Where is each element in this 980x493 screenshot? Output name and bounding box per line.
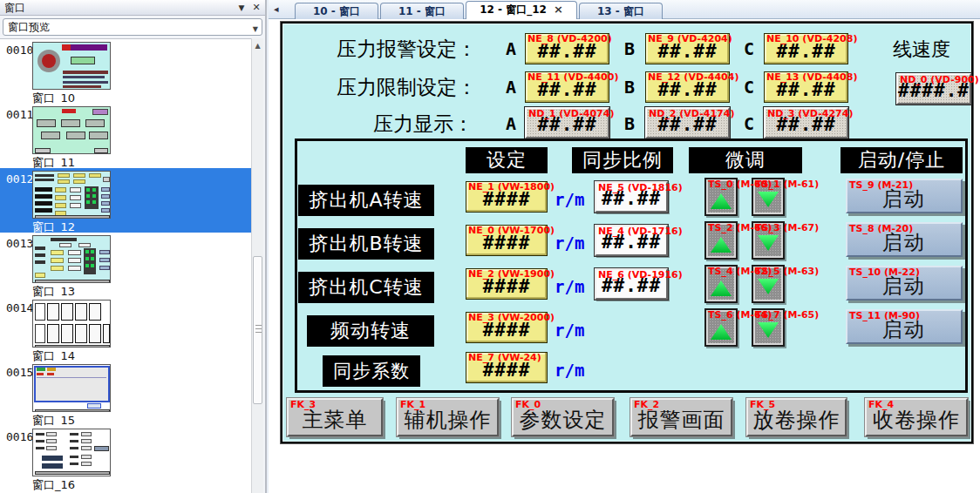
ratio-entry-ne6[interactable]: NE_6 (VD-1916) ##.##: [595, 268, 668, 300]
window-number: 0015: [6, 366, 33, 379]
tab-window-11[interactable]: 11 - 窗口_11: [380, 3, 464, 19]
nav-rewind-button[interactable]: FK_4 收卷操作: [865, 398, 968, 436]
window-number: 0010: [6, 44, 33, 57]
window-thumbnail: [32, 42, 111, 90]
fine-tune-up-button[interactable]: TS_0 (M-60): [704, 178, 738, 216]
fine-tune-down-button[interactable]: TS_3 (M-67): [752, 221, 785, 260]
field-tag: NE_4 (VD-1716): [598, 226, 683, 237]
sidebar-item-window-13[interactable]: 0013: [0, 233, 251, 297]
design-canvas: 压力报警设定： A NE_8 (VD-4200) ##.## B NE_9 (V…: [269, 19, 980, 493]
fine-tune-down-button[interactable]: TS_5 (M-63): [752, 265, 785, 303]
fine-tune-up-button[interactable]: TS_4 (M-62): [704, 265, 738, 303]
field-value: ####: [483, 321, 531, 342]
speed-entry-ne7[interactable]: NE_7 (VW-24) ####: [466, 352, 548, 383]
button-tag: TS_11 (M-90): [849, 311, 920, 321]
nav-unwind-button[interactable]: FK_5 放卷操作: [746, 398, 847, 436]
window-thumbnail: [32, 171, 111, 219]
line-speed-display-nd0[interactable]: ND_0 (VD-900) ####.#: [896, 73, 971, 105]
scroll-up-icon[interactable]: ▲: [252, 40, 263, 51]
field-tag: NE_6 (VD-1916): [598, 270, 683, 280]
pressure-display-nd1[interactable]: ND_1 (VD-4074) ##.##: [525, 107, 609, 138]
panel-menu-caret-icon[interactable]: ▼: [235, 2, 248, 14]
tab-label: 12 - 窗口_12: [480, 3, 547, 16]
start-button-ts10[interactable]: TS_10 (M-22) 启动: [846, 266, 963, 301]
panel-close-icon[interactable]: ✕: [250, 2, 262, 14]
numeric-entry-ne13[interactable]: NE_13 (VD-4408) ##.##: [764, 71, 848, 103]
nav-main-menu-button[interactable]: FK_3 主菜单: [287, 398, 383, 436]
speed-entry-ne1[interactable]: NE_1 (VW-1800) ####: [466, 181, 548, 213]
pressure-limit-label: 压力限制设定：: [337, 74, 477, 101]
tab-window-12[interactable]: 12 - 窗口_12×: [466, 1, 577, 19]
start-button-ts11[interactable]: TS_11 (M-90) 启动: [846, 309, 963, 344]
window-number: 0016: [6, 430, 33, 443]
row-label-extruder-b: 挤出机B转速: [298, 228, 434, 260]
sidebar-item-window-10[interactable]: 0010 窗口_10: [0, 39, 251, 104]
nav-alarm-screen-button[interactable]: FK_2 报警画面: [630, 398, 732, 436]
speed-entry-ne0[interactable]: NE_0 (VW-1700) ####: [466, 225, 548, 256]
sidebar-item-window-15[interactable]: 0015 窗口_15: [0, 361, 251, 426]
window-thumbnail-list: 0010 窗口_10 0011: [0, 38, 251, 493]
field-value: ##.##: [537, 81, 596, 102]
field-tag: NE_8 (VD-4200): [527, 34, 612, 44]
numeric-entry-ne8[interactable]: NE_8 (VD-4200) ##.##: [525, 33, 609, 64]
tab-scroll-left-icon[interactable]: ◂: [274, 3, 279, 15]
field-tag: NE_12 (VD-4404): [648, 72, 738, 83]
down-arrow-icon: [758, 192, 779, 207]
fine-tune-up-button[interactable]: TS_2 (M-66): [704, 221, 738, 260]
window-preview-dropdown[interactable]: 窗口预览 ▼: [3, 18, 262, 36]
channel-b-label: B: [624, 38, 635, 59]
numeric-entry-ne9[interactable]: NE_9 (VD-4204) ##.##: [645, 33, 730, 64]
sidebar-scrollbar[interactable]: ▲: [251, 38, 263, 493]
button-tag: TS_7 (M-65): [755, 310, 819, 321]
header-sync-ratio: 同步比例: [572, 147, 673, 173]
speed-entry-ne2[interactable]: NE_2 (VW-1900) ####: [466, 268, 548, 300]
speed-entry-ne3[interactable]: NE_3 (VW-2000) ####: [466, 312, 548, 343]
window-thumbnail: [32, 429, 111, 476]
ratio-entry-ne4[interactable]: NE_4 (VD-1716) ##.##: [595, 225, 668, 256]
numeric-entry-ne10[interactable]: NE_10 (VD-4208) ##.##: [764, 33, 848, 64]
header-fine-tune: 微调: [689, 147, 802, 173]
up-arrow-icon: [711, 324, 732, 340]
sidebar-item-window-12[interactable]: 0012: [0, 168, 251, 233]
pressure-display-nd2[interactable]: ND_2 (VD-4174) ##.##: [645, 107, 730, 138]
field-value: ##.##: [657, 81, 717, 102]
chevron-down-icon: ▼: [253, 22, 258, 37]
start-button-ts9[interactable]: TS_9 (M-21) 启动: [846, 179, 963, 213]
field-value: ##.##: [537, 43, 596, 64]
ratio-entry-ne5[interactable]: NE_5 (VD-1816) ##.##: [595, 181, 668, 213]
nav-parameter-button[interactable]: FK_0 参数设定: [512, 398, 614, 436]
hmi-screen: 压力报警设定： A NE_8 (VD-4200) ##.## B NE_9 (V…: [281, 22, 973, 443]
down-arrow-icon: [758, 322, 779, 338]
fine-tune-down-button[interactable]: TS_7 (M-65): [752, 308, 785, 347]
field-tag: ND_2 (VD-4174): [649, 109, 734, 119]
tab-bar: ◂ 10 - 窗口_10 11 - 窗口_11 12 - 窗口_12× 13 -…: [269, 0, 980, 19]
sidebar-item-window-14[interactable]: 0014 窗口_14: [0, 297, 251, 361]
fine-tune-up-button[interactable]: TS_6 (M-64): [704, 308, 738, 347]
tab-window-13[interactable]: 13 - 窗口_13: [579, 3, 663, 19]
tab-close-icon[interactable]: ×: [554, 2, 563, 17]
window-label: 窗口_16: [32, 477, 75, 493]
dropdown-value: 窗口预览: [8, 21, 50, 33]
button-tag: FK_4: [868, 400, 894, 410]
channel-b-label: B: [624, 77, 635, 98]
sidebar-item-window-16[interactable]: 0016: [0, 426, 251, 490]
window-number: 0014: [6, 301, 33, 314]
scrollbar-thumb[interactable]: [253, 256, 262, 404]
field-value: ####: [483, 191, 531, 212]
channel-b-label: B: [624, 113, 635, 134]
field-tag: NE_1 (VW-1800): [468, 182, 555, 192]
start-button-ts8[interactable]: TS_8 (M-20) 启动: [846, 222, 963, 257]
numeric-entry-ne12[interactable]: NE_12 (VD-4404) ##.##: [645, 71, 730, 103]
sidebar-item-window-11[interactable]: 0011 窗口_11: [0, 104, 251, 168]
field-tag: NE_0 (VW-1700): [468, 226, 555, 236]
field-tag: NE_3 (VW-2000): [468, 313, 555, 323]
window-number: 0011: [6, 108, 33, 121]
tab-window-10[interactable]: 10 - 窗口_10: [295, 3, 378, 19]
button-tag: TS_5 (M-63): [755, 267, 819, 277]
nav-aux-machine-button[interactable]: FK_1 辅机操作: [397, 398, 499, 436]
pressure-display-nd3[interactable]: ND_3 (VD-4274) ##.##: [764, 107, 848, 138]
numeric-entry-ne11[interactable]: NE_11 (VD-4400) ##.##: [525, 71, 609, 103]
button-tag: FK_5: [750, 400, 775, 410]
fine-tune-down-button[interactable]: TS_1 (M-61): [752, 178, 785, 216]
unit-label: r/m: [555, 361, 584, 380]
